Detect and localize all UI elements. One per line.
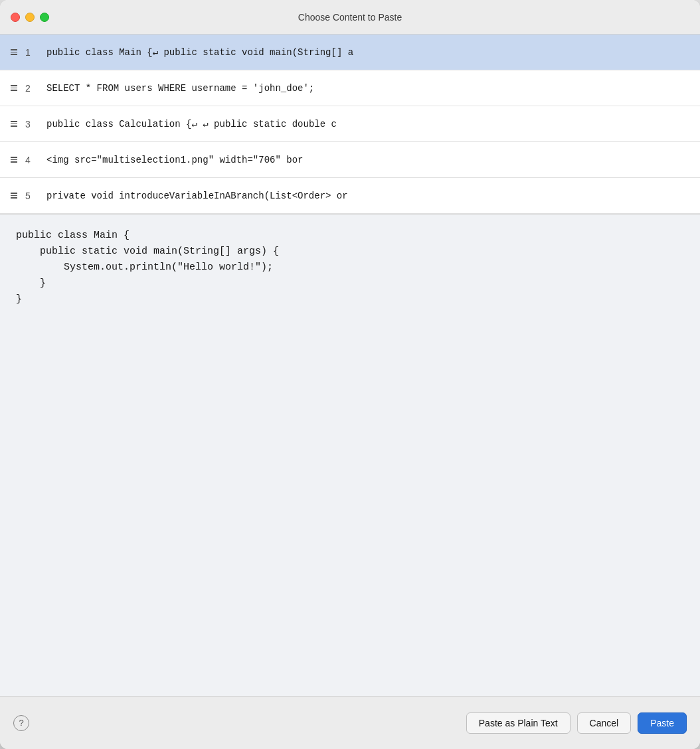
- item-preview: SELECT * FROM users WHERE username = 'jo…: [46, 83, 314, 94]
- item-preview: <img src="multiselection1.png" width="70…: [46, 155, 303, 165]
- list-icon: [11, 121, 17, 127]
- item-number: 3: [25, 119, 39, 129]
- clipboard-list: 1 public class Main {↵ public static voi…: [0, 35, 700, 214]
- help-button[interactable]: ?: [13, 715, 29, 731]
- dialog-window: Choose Content to Paste 1 public class M…: [0, 0, 700, 749]
- item-number: 2: [25, 83, 39, 94]
- list-icon: [11, 85, 17, 91]
- minimize-button[interactable]: [25, 13, 35, 22]
- maximize-button[interactable]: [40, 13, 49, 22]
- main-content: 1 public class Main {↵ public static voi…: [0, 35, 700, 696]
- item-number: 5: [25, 191, 39, 201]
- window-title: Choose Content to Paste: [298, 12, 402, 23]
- title-bar: Choose Content to Paste: [0, 0, 700, 35]
- list-item[interactable]: 2 SELECT * FROM users WHERE username = '…: [0, 70, 700, 106]
- button-group: Paste as Plain Text Cancel Paste: [466, 712, 687, 734]
- item-preview: public class Calculation {↵ ↵ public sta…: [46, 118, 337, 129]
- bottom-bar: ? Paste as Plain Text Cancel Paste: [0, 696, 700, 749]
- item-preview: private void introduceVariableInABranch(…: [46, 191, 348, 201]
- list-item[interactable]: 4 <img src="multiselection1.png" width="…: [0, 142, 700, 178]
- list-icon: [11, 49, 17, 55]
- list-item[interactable]: 1 public class Main {↵ public static voi…: [0, 35, 700, 70]
- paste-button[interactable]: Paste: [638, 712, 687, 734]
- preview-code: public class Main { public static void m…: [16, 228, 684, 307]
- list-item[interactable]: 5 private void introduceVariableInABranc…: [0, 178, 700, 214]
- list-item[interactable]: 3 public class Calculation {↵ ↵ public s…: [0, 106, 700, 142]
- list-icon: [11, 157, 17, 163]
- paste-as-plain-text-button[interactable]: Paste as Plain Text: [466, 712, 570, 734]
- item-preview: public class Main {↵ public static void …: [46, 46, 353, 58]
- traffic-lights: [11, 13, 49, 22]
- list-icon: [11, 193, 17, 199]
- close-button[interactable]: [11, 13, 20, 22]
- item-number: 1: [25, 47, 39, 58]
- item-number: 4: [25, 155, 39, 165]
- cancel-button[interactable]: Cancel: [577, 712, 632, 734]
- preview-area: public class Main { public static void m…: [0, 214, 700, 696]
